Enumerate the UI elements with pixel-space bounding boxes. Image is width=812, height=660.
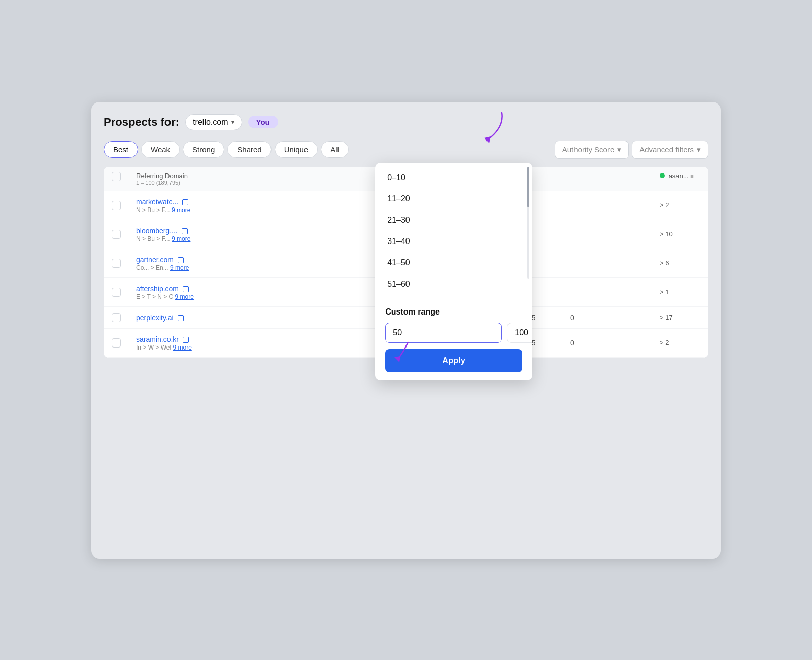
- chevron-down-icon: ▾: [231, 119, 234, 126]
- authority-score-dropdown: 0–10 11–20 21–30 31–40 41–50 51–60 Custo…: [375, 163, 532, 380]
- authority-score-button[interactable]: Authority Score ▾: [555, 141, 629, 159]
- asan-header-label: asan...: [669, 172, 689, 180]
- domain-link[interactable]: saramin.co.kr: [136, 335, 189, 343]
- cell-col5: 0: [570, 314, 611, 322]
- th-col5: [570, 172, 611, 186]
- more-link[interactable]: 9 more: [172, 206, 190, 214]
- more-link[interactable]: 9 more: [170, 264, 189, 271]
- cell-col7: > 10: [660, 230, 700, 238]
- svg-marker-0: [484, 136, 491, 143]
- row-checkbox[interactable]: [112, 288, 132, 297]
- row-checkbox[interactable]: [112, 338, 132, 348]
- domain-link[interactable]: perplexity.ai: [136, 314, 184, 322]
- external-link-icon: [182, 199, 188, 205]
- more-link[interactable]: 9 more: [173, 344, 191, 351]
- more-link[interactable]: 9 more: [175, 293, 194, 300]
- dropdown-item-51-60[interactable]: 51–60: [375, 273, 532, 295]
- cell-col7: > 17: [660, 314, 700, 321]
- svg-marker-1: [394, 356, 400, 362]
- external-link-icon: [178, 257, 184, 263]
- tab-all[interactable]: All: [321, 141, 349, 158]
- external-link-icon: [183, 286, 189, 292]
- domain-value: trello.com: [193, 118, 228, 127]
- dropdown-item-0-10[interactable]: 0–10: [375, 167, 532, 188]
- domain-link[interactable]: marketwatc...: [136, 198, 188, 206]
- external-link-icon: [178, 315, 184, 321]
- advanced-filters-label: Advanced filters: [639, 145, 694, 154]
- cell-col7: > 2: [660, 201, 700, 209]
- advanced-filters-button[interactable]: Advanced filters ▾: [632, 141, 708, 159]
- scroll-thumb: [527, 167, 529, 207]
- chevron-down-icon: ▾: [617, 145, 621, 154]
- custom-range-inputs: [385, 323, 522, 343]
- more-link[interactable]: 9 more: [172, 235, 190, 242]
- prospects-label: Prospects for:: [104, 116, 179, 129]
- row-checkbox[interactable]: [112, 259, 132, 268]
- external-link-icon: [183, 337, 189, 343]
- domain-selector[interactable]: trello.com ▾: [185, 114, 242, 130]
- tab-weak[interactable]: Weak: [141, 141, 180, 158]
- domain-link[interactable]: bloomberg....: [136, 227, 188, 235]
- scroll-track[interactable]: [527, 167, 529, 279]
- tab-unique[interactable]: Unique: [275, 141, 318, 158]
- custom-range-section: Custom range Apply: [375, 299, 532, 380]
- you-badge: You: [248, 116, 278, 128]
- header-row: Prospects for: trello.com ▾ You: [104, 114, 708, 130]
- tab-shared[interactable]: Shared: [227, 141, 271, 158]
- th-checkbox: [112, 172, 132, 186]
- external-link-icon: [182, 228, 188, 234]
- main-container: Prospects for: trello.com ▾ You Best Wea…: [91, 102, 721, 559]
- th-asan: asan... ≡: [660, 172, 700, 186]
- tab-best[interactable]: Best: [104, 141, 138, 158]
- arrow2-annotation: [390, 340, 421, 365]
- filter-row: Best Weak Strong Shared Unique All Autho…: [104, 141, 708, 159]
- asan-filter-icon[interactable]: ≡: [690, 173, 693, 179]
- dropdown-item-41-50[interactable]: 41–50: [375, 252, 532, 273]
- th-col6: [615, 172, 656, 186]
- domain-link[interactable]: aftership.com: [136, 285, 189, 293]
- dropdown-item-11-20[interactable]: 11–20: [375, 188, 532, 210]
- cell-col5: 0: [570, 339, 611, 347]
- row-checkbox[interactable]: [112, 230, 132, 239]
- chevron-down-icon: ▾: [697, 145, 701, 154]
- dropdown-item-21-30[interactable]: 21–30: [375, 210, 532, 231]
- cell-col7: > 1: [660, 288, 700, 296]
- dropdown-item-31-40[interactable]: 31–40: [375, 231, 532, 252]
- domain-link[interactable]: gartner.com: [136, 256, 184, 264]
- select-all-checkbox[interactable]: [112, 172, 121, 181]
- status-dot-green: [660, 173, 665, 178]
- cell-col7: > 6: [660, 259, 700, 267]
- dropdown-list: 0–10 11–20 21–30 31–40 41–50 51–60: [375, 163, 532, 299]
- cell-col7: > 2: [660, 339, 700, 346]
- authority-score-label: Authority Score: [562, 145, 615, 154]
- custom-range-label: Custom range: [385, 307, 522, 317]
- row-checkbox[interactable]: [112, 201, 132, 210]
- tab-strong[interactable]: Strong: [183, 141, 224, 158]
- range-to-input[interactable]: [507, 323, 532, 343]
- row-checkbox[interactable]: [112, 313, 132, 322]
- authority-score-container: Authority Score ▾ 0–10 11–20 21–30 31–40…: [555, 141, 629, 159]
